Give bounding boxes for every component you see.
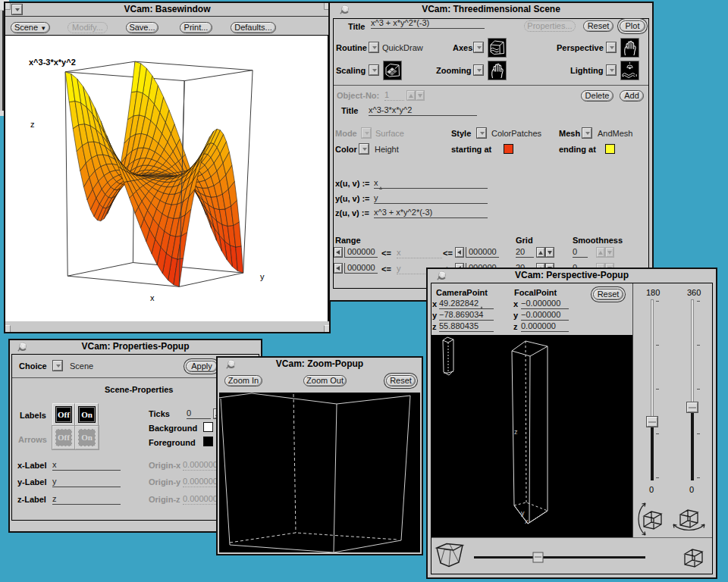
svg-text:y: y xyxy=(521,509,525,517)
svg-text:z: z xyxy=(514,428,518,436)
svg-text:x: x xyxy=(525,518,529,525)
